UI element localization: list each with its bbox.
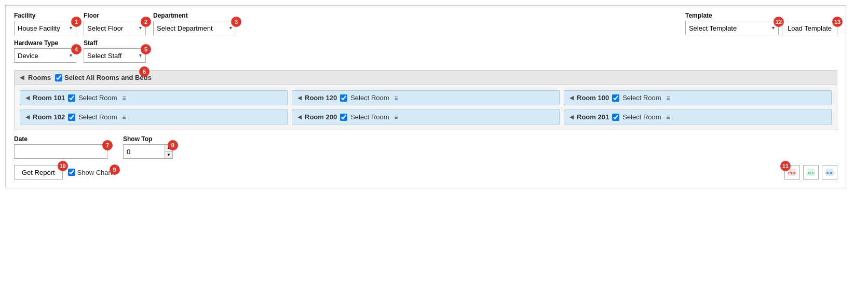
hardware-type-label: Hardware Type [14,39,76,47]
bed-icon: ≡ [667,114,670,121]
select-all-rooms-text: Select All Rooms and Beds [64,74,152,81]
room-collapse-arrow[interactable]: ◀ [297,94,302,101]
template-badge: 12 [774,17,784,27]
room-name: Room 100 [577,94,609,102]
date-group: Date 07/02/2020 - 01/16/2021 7 [14,135,107,159]
rooms-badge: 6 [139,66,150,77]
facility-group: Facility House Facility 1 [14,12,76,35]
floor-group: Floor Select Floor 2 [84,12,146,35]
room-item[interactable]: ◀ Room 201 Select Room ≡ [564,109,832,125]
rooms-collapse-arrow[interactable]: ◀ [20,74,24,81]
hardware-type-select[interactable]: Device [14,48,76,63]
hardware-type-select-wrapper: Device 4 [14,48,76,63]
staff-label: Staff [84,39,146,47]
staff-badge: 5 [141,44,151,54]
template-label: Template [685,12,837,19]
room-name: Room 102 [33,113,65,121]
hardware-type-group: Hardware Type Device 4 [14,39,76,63]
department-select-wrapper: Select Department 3 [153,21,236,35]
select-all-rooms-label[interactable]: Select All Rooms and Beds [55,74,152,81]
rooms-section: ◀ Rooms Select All Rooms and Beds 6 ◀ Ro… [14,70,837,130]
room-item[interactable]: ◀ Room 100 Select Room ≡ [564,90,832,105]
room-item[interactable]: ◀ Room 120 Select Room ≡ [292,90,560,105]
actions-row: Get Report 10 Show Chart 9 11 PDF XLS [14,165,837,180]
export-excel-button[interactable]: XLS [803,165,819,180]
room-collapse-arrow[interactable]: ◀ [25,114,30,120]
show-chart-label[interactable]: Show Chart 9 [68,169,113,176]
facility-badge: 1 [71,17,82,27]
date-input[interactable]: 07/02/2020 - 01/16/2021 [14,144,107,159]
room-select-label: Select Room [622,94,661,102]
export-word-button[interactable]: DOC [822,165,837,180]
room-select-label: Select Room [622,113,661,121]
room-name: Room 101 [33,94,65,102]
room-name: Room 201 [577,113,609,121]
room-collapse-arrow[interactable]: ◀ [569,114,574,120]
filter-row-1: Facility House Facility 1 Floor Select F… [14,12,837,35]
room-select-label: Select Room [78,94,117,102]
get-report-button[interactable]: Get Report [14,165,63,180]
show-top-badge: 8 [168,140,178,150]
date-badge: 7 [102,140,113,150]
show-top-label: Show Top [123,135,173,143]
bed-icon: ≡ [123,114,126,121]
room-collapse-arrow[interactable]: ◀ [569,94,574,101]
department-group: Department Select Department 3 [153,12,236,35]
show-top-input[interactable]: 0 [123,144,165,159]
floor-label: Floor [84,12,146,19]
room-item[interactable]: ◀ Room 200 Select Room ≡ [292,109,560,125]
facility-label: Facility [14,12,76,19]
load-template-badge: 13 [832,17,843,27]
bed-icon: ≡ [395,114,398,121]
show-chart-checkbox[interactable] [68,169,75,176]
svg-text:XLS: XLS [807,171,815,175]
word-icon: DOC [825,168,834,176]
page-container: Facility House Facility 1 Floor Select F… [5,5,846,188]
template-group: Template Select Template 12 Load Templat… [685,12,837,35]
excel-icon: XLS [807,168,815,176]
show-top-group: Show Top 0 ▲ ▼ 8 [123,135,173,159]
show-chart-badge: 9 [110,164,120,175]
select-all-rooms-checkbox[interactable] [55,74,62,81]
room-checkbox[interactable] [68,94,75,102]
load-template-button[interactable]: Load Template [782,21,837,35]
template-select[interactable]: Select Template [685,21,779,35]
department-label: Department [153,12,236,19]
room-collapse-arrow[interactable]: ◀ [297,114,302,120]
hardware-type-badge: 4 [71,44,82,54]
rooms-grid: ◀ Room 101 Select Room ≡ ◀ Room 120 Sele… [15,85,837,130]
show-top-input-wrapper: 0 ▲ ▼ [123,144,173,159]
facility-select[interactable]: House Facility [14,21,76,35]
bed-icon: ≡ [667,94,670,102]
template-row: Select Template 12 Load Template 13 [685,21,837,35]
date-label: Date [14,135,107,143]
room-checkbox[interactable] [340,114,347,121]
svg-text:PDF: PDF [788,171,796,175]
svg-text:DOC: DOC [825,171,834,175]
department-select[interactable]: Select Department [153,21,236,35]
bed-icon: ≡ [395,94,398,102]
template-select-wrapper: Select Template 12 [685,21,779,35]
show-chart-text: Show Chart [77,169,113,176]
room-item[interactable]: ◀ Room 102 Select Room ≡ [20,109,288,125]
room-checkbox[interactable] [612,114,619,121]
room-checkbox[interactable] [340,94,347,102]
rooms-label: Rooms [28,74,51,81]
filter-row-2: Hardware Type Device 4 Staff Select Staf… [14,39,837,63]
room-collapse-arrow[interactable]: ◀ [25,94,30,101]
room-select-label: Select Room [78,113,117,121]
staff-select[interactable]: Select Staff [84,48,146,63]
staff-group: Staff Select Staff 5 [84,39,146,63]
floor-select[interactable]: Select Floor [84,21,146,35]
spinner-down-button[interactable]: ▼ [165,152,172,159]
room-name: Room 120 [305,94,337,102]
room-item[interactable]: ◀ Room 101 Select Room ≡ [20,90,288,105]
bottom-section: Date 07/02/2020 - 01/16/2021 7 Show Top … [14,135,837,159]
floor-badge: 2 [141,17,151,27]
room-checkbox[interactable] [612,94,619,102]
room-name: Room 200 [305,113,337,121]
room-select-label: Select Room [350,113,389,121]
export-badge: 11 [780,161,791,171]
room-checkbox[interactable] [68,114,75,121]
department-badge: 3 [231,17,241,27]
